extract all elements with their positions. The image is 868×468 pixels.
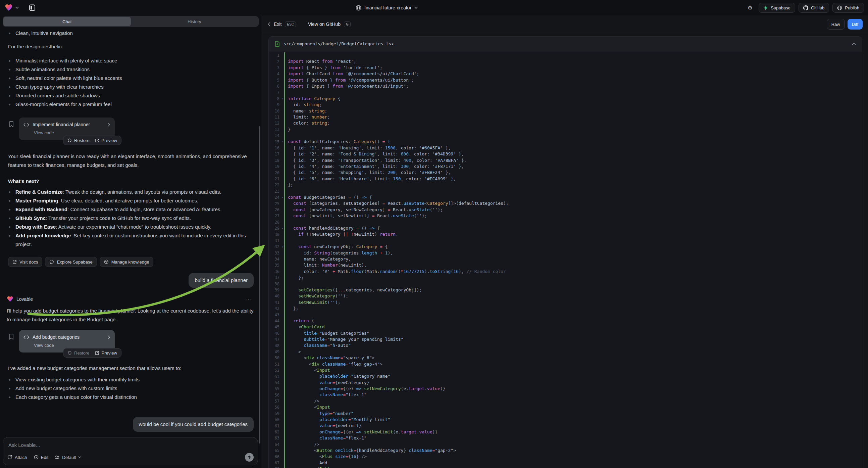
preview-button[interactable]: Preview xyxy=(95,138,117,143)
ask-lovable-input[interactable] xyxy=(8,442,179,448)
message-more-button[interactable]: ··· xyxy=(245,296,252,302)
visit-docs-button[interactable]: Visit docs xyxy=(8,257,42,267)
supabase-button[interactable]: Supabase xyxy=(758,3,795,13)
supabase-bolt-icon xyxy=(763,5,768,10)
code-line: 14 xyxy=(269,133,862,139)
line-number: 67 xyxy=(269,461,281,465)
version-card-title: Add budget categories xyxy=(33,334,80,340)
design-bullet-list: Minimalist interface with plenty of whit… xyxy=(3,56,254,109)
fold-chevron-icon[interactable]: v xyxy=(281,225,284,231)
line-number: 23 xyxy=(269,189,281,194)
line-number: 11 xyxy=(269,115,281,119)
settings-gear-icon[interactable]: ⚙ xyxy=(745,2,755,13)
code-line: 38 xyxy=(269,281,862,287)
line-number: 13 xyxy=(269,127,281,132)
code-line: 31 xyxy=(269,238,862,244)
chevron-right-icon[interactable] xyxy=(108,123,110,126)
line-number: 44 xyxy=(269,319,281,323)
line-number: 9 xyxy=(269,103,281,107)
view-code-link[interactable]: View code xyxy=(34,343,110,348)
mode-select[interactable]: Default xyxy=(55,455,81,460)
user-message-row: would be cool if you could add budget ca… xyxy=(3,417,254,432)
exit-button[interactable]: Exit xyxy=(274,22,281,27)
fold-chevron-icon[interactable]: v xyxy=(281,96,284,102)
code-line: 28 xyxy=(269,219,862,225)
line-number: 68 xyxy=(269,467,281,468)
code-line: 54 value={newCategory} xyxy=(269,380,862,386)
edit-button[interactable]: Edit xyxy=(34,455,48,460)
chat-scroll-area: Clean, intuitive navigation For the desi… xyxy=(0,28,262,468)
restore-button[interactable]: Restore xyxy=(67,138,90,143)
line-number: 1 xyxy=(269,53,281,58)
preview-button[interactable]: Preview xyxy=(95,351,117,355)
attach-image-icon xyxy=(8,455,12,460)
collapse-chevron-up-icon[interactable] xyxy=(852,42,856,45)
added-bullet-list: View existing budget categories with the… xyxy=(3,375,254,402)
lovable-logo-heart-icon[interactable] xyxy=(5,4,13,12)
list-item: Expand with Backend: Connect Supabase to… xyxy=(3,205,254,214)
g-key-badge: G xyxy=(344,22,351,27)
line-number: 8 xyxy=(269,96,281,101)
view-code-link[interactable]: View code xyxy=(34,130,110,135)
code-line: 3import { Plus } from 'lucide-react'; xyxy=(269,65,862,71)
restore-icon xyxy=(67,138,72,143)
raw-toggle-button[interactable]: Raw xyxy=(827,19,845,30)
line-number: 64 xyxy=(269,442,281,447)
github-button[interactable]: GitHub xyxy=(799,3,829,13)
list-item: View existing budget categories with the… xyxy=(3,375,254,384)
version-card-add-budget-categories[interactable]: Add budget categories View code Restore … xyxy=(19,330,115,352)
line-number: 60 xyxy=(269,417,281,422)
line-number: 52 xyxy=(269,368,281,373)
user-message-row: build a financial planner xyxy=(3,273,254,288)
chat-scrollbar-thumb[interactable] xyxy=(259,126,260,443)
line-number: 39 xyxy=(269,288,281,292)
external-link-icon xyxy=(12,260,17,264)
line-number: 38 xyxy=(269,282,281,286)
list-item: Glass-morphic elements for a premium fee… xyxy=(3,100,254,109)
code-line: 6import { Input } from '@/components/ui/… xyxy=(269,83,862,89)
project-chevron-down-icon xyxy=(414,7,418,9)
code-line: 23 xyxy=(269,188,862,195)
view-on-github-button[interactable]: View on GitHub xyxy=(308,22,341,27)
code-editor[interactable]: 12import React from 'react';3import { Pl… xyxy=(269,51,862,468)
restore-icon xyxy=(67,351,72,355)
file-header[interactable]: src/components/budget/BudgetCategories.t… xyxy=(269,37,862,51)
restore-button[interactable]: Restore xyxy=(67,351,90,355)
line-number: 36 xyxy=(269,269,281,274)
list-item: Clean typography with clear hierarchies xyxy=(3,83,254,91)
file-card: src/components/budget/BudgetCategories.t… xyxy=(269,36,862,468)
fold-chevron-icon[interactable]: v xyxy=(281,244,284,250)
tab-chat[interactable]: Chat xyxy=(3,17,131,26)
send-button[interactable] xyxy=(245,453,254,462)
code-line: 33 id: String(categories.length + 1), xyxy=(269,250,862,256)
publish-button[interactable]: Publish xyxy=(832,3,864,13)
explore-supabase-button[interactable]: Explore Supabase xyxy=(45,257,97,267)
bookmark-icon[interactable] xyxy=(9,333,14,340)
code-line: 24vconst BudgetCategories = () => { xyxy=(269,195,862,200)
code-line: 68 </Button> xyxy=(269,466,862,468)
code-line: 5import { Button } from '@/components/ui… xyxy=(269,77,862,83)
fold-chevron-icon[interactable]: v xyxy=(281,195,284,200)
scrolled-bullet-list: Clean, intuitive navigation xyxy=(3,29,254,38)
esc-key-badge: ESC xyxy=(285,22,296,27)
attach-button[interactable]: Attach xyxy=(8,455,27,460)
line-number: 35 xyxy=(269,263,281,268)
user-message-bubble: would be cool if you could add budget ca… xyxy=(133,417,254,432)
diff-toggle-button[interactable]: Diff xyxy=(847,19,863,30)
whats-next-bullet-list: Refine & Customize: Tweak the design, an… xyxy=(3,188,254,249)
line-number: 3 xyxy=(269,65,281,70)
code-line: 15vconst defaultCategories: Category[] =… xyxy=(269,139,862,145)
chevron-right-icon[interactable] xyxy=(108,335,110,339)
logo-chevron-down-icon[interactable] xyxy=(16,7,19,9)
code-panel-header: Exit ESC View on GitHub G Raw Diff xyxy=(262,16,868,33)
tab-history[interactable]: History xyxy=(131,17,258,26)
code-line: 11 limit: number; xyxy=(269,114,862,120)
bookmark-icon[interactable] xyxy=(9,121,14,127)
project-switcher[interactable]: financial-future-creator xyxy=(355,0,418,16)
sidebar-toggle-icon[interactable] xyxy=(27,2,38,13)
chevron-left-icon[interactable] xyxy=(268,22,271,26)
manage-knowledge-button[interactable]: Manage knowledge xyxy=(100,257,154,267)
version-card-implement-financial-planner[interactable]: Implement financial planner View code Re… xyxy=(19,117,115,140)
fold-chevron-icon[interactable]: v xyxy=(281,139,284,145)
code-line: 20 { id: '5', name: 'Shopping', limit: 2… xyxy=(269,170,862,176)
